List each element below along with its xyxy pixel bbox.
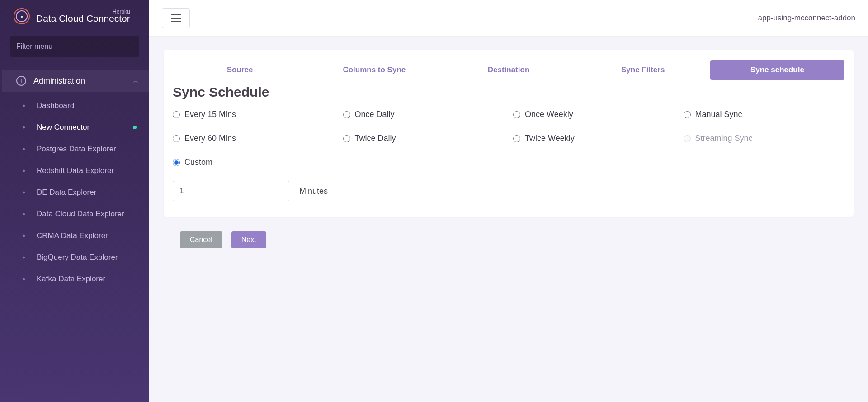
- sidebar-nav: i Administration ︿ DashboardNew Connecto…: [0, 70, 149, 402]
- schedule-option-label: Once Daily: [355, 110, 395, 119]
- schedule-option-label: Custom: [184, 158, 212, 167]
- schedule-option-label: Every 15 Mins: [184, 110, 236, 119]
- brand-logo-icon: [14, 8, 30, 24]
- schedule-radio[interactable]: [173, 159, 180, 166]
- schedule-option-label: Manual Sync: [695, 110, 742, 119]
- tab-columns-to-sync[interactable]: Columns to Sync: [307, 60, 441, 80]
- sidebar-item-label: BigQuery Data Explorer: [37, 253, 118, 262]
- section-title: Sync Schedule: [173, 84, 844, 100]
- sidebar-item-label: Kafka Data Explorer: [37, 275, 105, 284]
- sidebar-item-crma-data-explorer[interactable]: CRMA Data Explorer: [24, 225, 149, 247]
- topbar: app-using-mcconnect-addon: [149, 0, 868, 37]
- sidebar-item-label: Dashboard: [37, 101, 74, 110]
- sidebar-item-label: New Connector: [37, 123, 90, 132]
- schedule-radio[interactable]: [513, 135, 520, 142]
- sidebar-item-label: Postgres Data Explorer: [37, 145, 116, 154]
- connector-card: SourceColumns to SyncDestinationSync Fil…: [164, 50, 854, 217]
- tab-destination[interactable]: Destination: [441, 60, 576, 80]
- custom-interval-row: Minutes: [173, 181, 844, 201]
- sidebar-item-redshift-data-explorer[interactable]: Redshift Data Explorer: [24, 160, 149, 182]
- sidebar-item-new-connector[interactable]: New Connector: [24, 117, 149, 138]
- wizard-tabs: SourceColumns to SyncDestinationSync Fil…: [173, 60, 844, 80]
- sidebar-item-label: DE Data Explorer: [37, 188, 96, 197]
- schedule-option-custom[interactable]: Custom: [173, 158, 334, 167]
- schedule-option-once-daily[interactable]: Once Daily: [343, 110, 505, 119]
- schedule-option-every-15-mins[interactable]: Every 15 Mins: [173, 110, 334, 119]
- brand: Heroku Data Cloud Connector: [0, 8, 149, 33]
- tab-sync-schedule[interactable]: Sync schedule: [710, 60, 844, 80]
- sidebar-item-data-cloud-data-explorer[interactable]: Data Cloud Data Explorer: [24, 203, 149, 225]
- main: app-using-mcconnect-addon SourceColumns …: [149, 0, 868, 402]
- menu-toggle-button[interactable]: [162, 8, 190, 28]
- schedule-option-label: Once Weekly: [525, 110, 573, 119]
- schedule-option-label: Every 60 Mins: [184, 134, 236, 143]
- sidebar-item-label: CRMA Data Explorer: [37, 231, 108, 240]
- info-icon: i: [16, 76, 26, 86]
- cancel-button[interactable]: Cancel: [180, 231, 222, 248]
- tab-source[interactable]: Source: [173, 60, 307, 80]
- sidebar-item-kafka-data-explorer[interactable]: Kafka Data Explorer: [24, 268, 149, 290]
- schedule-radio[interactable]: [173, 135, 180, 142]
- schedule-radio[interactable]: [173, 111, 180, 118]
- sidebar-item-dashboard[interactable]: Dashboard: [24, 95, 149, 117]
- schedule-radio-group: Every 15 MinsOnce DailyOnce WeeklyManual…: [173, 110, 844, 167]
- app-name-label: app-using-mcconnect-addon: [758, 14, 855, 23]
- schedule-option-streaming-sync: Streaming Sync: [684, 134, 845, 143]
- sidebar-item-label: Redshift Data Explorer: [37, 166, 114, 175]
- sidebar-section-administration[interactable]: i Administration ︿: [0, 70, 149, 92]
- schedule-option-label: Twice Weekly: [525, 134, 575, 143]
- sidebar: Heroku Data Cloud Connector i Administra…: [0, 0, 149, 402]
- schedule-radio[interactable]: [343, 135, 350, 142]
- filter-menu-input[interactable]: [10, 36, 139, 57]
- sidebar-item-de-data-explorer[interactable]: DE Data Explorer: [24, 182, 149, 203]
- schedule-option-every-60-mins[interactable]: Every 60 Mins: [173, 134, 334, 143]
- sidebar-item-bigquery-data-explorer[interactable]: BigQuery Data Explorer: [24, 247, 149, 268]
- custom-interval-input[interactable]: [173, 181, 289, 201]
- active-dot-icon: [133, 126, 137, 129]
- tab-sync-filters[interactable]: Sync Filters: [576, 60, 710, 80]
- next-button[interactable]: Next: [231, 231, 266, 248]
- schedule-option-manual-sync[interactable]: Manual Sync: [684, 110, 845, 119]
- schedule-option-label: Twice Daily: [355, 134, 396, 143]
- sidebar-item-postgres-data-explorer[interactable]: Postgres Data Explorer: [24, 138, 149, 160]
- schedule-radio: [684, 135, 691, 142]
- schedule-option-twice-weekly[interactable]: Twice Weekly: [513, 134, 675, 143]
- action-buttons: Cancel Next: [180, 231, 854, 248]
- sidebar-section-label: Administration: [33, 76, 85, 86]
- schedule-radio[interactable]: [684, 111, 691, 118]
- schedule-option-label: Streaming Sync: [695, 134, 753, 143]
- hamburger-icon: [171, 14, 181, 22]
- schedule-radio[interactable]: [513, 111, 520, 118]
- schedule-option-once-weekly[interactable]: Once Weekly: [513, 110, 675, 119]
- schedule-option-twice-daily[interactable]: Twice Daily: [343, 134, 505, 143]
- custom-interval-unit: Minutes: [299, 187, 328, 196]
- schedule-radio[interactable]: [343, 111, 350, 118]
- sidebar-item-label: Data Cloud Data Explorer: [37, 210, 124, 219]
- chevron-up-icon: ︿: [133, 77, 138, 85]
- brand-title: Data Cloud Connector: [36, 13, 130, 24]
